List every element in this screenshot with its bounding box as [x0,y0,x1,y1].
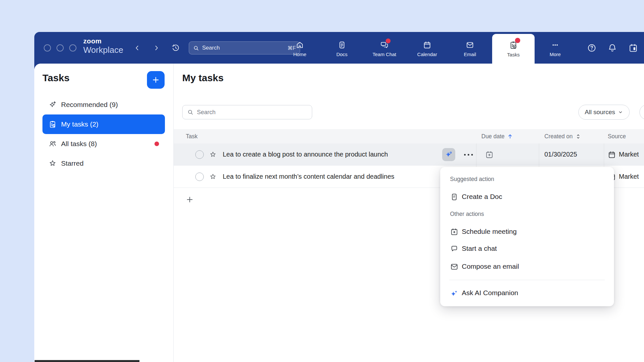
sidebar-item-all-tasks[interactable]: All tasks (8) [42,134,165,154]
window-control-minimize[interactable] [56,44,64,52]
sparkle-icon [48,100,57,109]
tab-email[interactable]: Email [452,34,488,64]
star-icon [48,159,57,168]
window-control-zoom[interactable] [69,44,76,52]
sidebar-item-recommended[interactable]: Recommended (9) [42,95,165,114]
menu-section-label: Suggested action [450,176,494,183]
add-due-date-icon[interactable] [485,150,494,159]
logo-product: zoom [83,38,123,44]
plus-icon [152,76,160,84]
add-task-button[interactable] [147,71,165,89]
history-button[interactable] [169,42,182,54]
tab-more[interactable]: More [537,34,573,64]
tab-home-label: Home [293,52,306,57]
help-button[interactable] [586,42,598,54]
sidebar-item-starred[interactable]: Starred [42,154,165,173]
history-icon [171,44,180,52]
add-task-inline-button[interactable] [185,195,194,204]
today-calendar-button[interactable] [627,42,639,54]
chat-bubble-icon [450,245,459,253]
menu-section-label: Other actions [450,211,484,218]
team-chat-icon [380,41,389,49]
task-search-input[interactable] [197,109,307,116]
more-icon [551,41,559,49]
row-more-button[interactable] [461,149,475,160]
task-complete-circle[interactable] [195,150,204,159]
tab-home[interactable]: Home [282,34,318,64]
source-filter-label: All sources [585,109,615,116]
tab-tasks-active[interactable]: Tasks [492,34,535,64]
team-chat-badge [386,38,391,43]
zoom-workplace-logo: zoom Workplace [83,38,123,54]
forward-button[interactable] [150,42,163,54]
tab-docs-label: Docs [336,52,347,57]
help-icon [587,43,597,53]
top-header: zoom Workplace [34,32,644,64]
chevron-down-icon [618,110,623,115]
sidebar-title: Tasks [42,72,70,83]
column-header-due-date[interactable]: Due date [481,129,513,143]
tab-calendar[interactable]: Calendar [409,34,445,64]
calendar-plus-icon [450,228,459,236]
tab-calendar-label: Calendar [417,52,437,57]
ai-companion-button[interactable] [442,148,455,161]
column-header-created-on[interactable]: Created on [544,129,581,143]
sidebar-item-label: Recommended (9) [61,101,118,109]
tab-more-label: More [550,52,561,57]
menu-item-create-doc[interactable]: Create a Doc [440,189,614,205]
menu-item-start-chat[interactable]: Start a chat [440,240,614,257]
envelope-icon [450,263,459,271]
chevron-right-icon [153,44,160,52]
tab-tasks-label: Tasks [507,52,520,57]
sidebar-item-label: Starred [61,159,84,167]
task-row[interactable]: Lea to create a blog post to announce th… [174,143,644,166]
sidebar-item-label: My tasks (2) [61,120,98,128]
all-tasks-badge [154,142,159,146]
logo-suite: Workplace [83,46,123,54]
task-title: Lea to finalize next month’s content cal… [223,173,394,180]
suggested-actions-menu: Suggested action Create a Doc Other acti… [440,167,614,306]
tasks-icon [509,40,518,50]
clipped-filter-button[interactable] [639,105,644,120]
people-icon [48,140,57,148]
calendar-today-icon [628,43,638,53]
task-source: Market [619,151,639,158]
tab-email-label: Email [464,52,476,57]
star-icon[interactable] [209,173,217,181]
tasks-sidebar: Tasks Recommended (9) My tasks (2) All t… [34,64,173,362]
task-created-on: 01/30/2025 [544,151,577,158]
task-source: Market [619,173,639,180]
clipboard-check-icon [48,120,57,128]
sidebar-item-my-tasks[interactable]: My tasks (2) [42,114,165,134]
task-complete-circle[interactable] [195,173,204,181]
table-header: Task Due date Created on Source [174,129,644,143]
doc-icon [450,193,459,201]
window-bottom-edge [35,360,139,362]
source-calendar-icon [608,151,616,159]
ai-sparkle-icon [450,289,459,297]
menu-item-compose-email[interactable]: Compose an email [440,258,614,275]
tab-team-chat-label: Team Chat [373,52,396,57]
back-button[interactable] [131,42,143,54]
task-title: Lea to create a blog post to announce th… [223,151,388,158]
page-title: My tasks [182,72,224,83]
menu-item-schedule-meeting[interactable]: Schedule meeting [440,223,614,240]
chevron-left-icon [134,44,141,52]
column-header-source: Source [608,129,626,143]
search-icon [193,45,199,51]
tab-team-chat[interactable]: Team Chat [366,34,402,64]
column-header-task: Task [186,129,198,143]
source-filter-dropdown[interactable]: All sources [578,105,630,120]
bell-icon [607,43,617,53]
star-icon[interactable] [209,151,217,158]
task-search[interactable] [182,105,312,119]
sort-both-icon [575,133,581,140]
tab-docs[interactable]: Docs [324,34,360,64]
window-control-close[interactable] [44,44,51,52]
menu-item-ask-ai-companion[interactable]: Ask AI Companion [440,285,614,302]
ai-sparkle-icon [444,150,453,159]
notifications-button[interactable] [606,42,619,54]
window-controls [44,44,76,52]
calendar-icon [423,41,431,49]
global-search-input[interactable] [202,45,284,51]
